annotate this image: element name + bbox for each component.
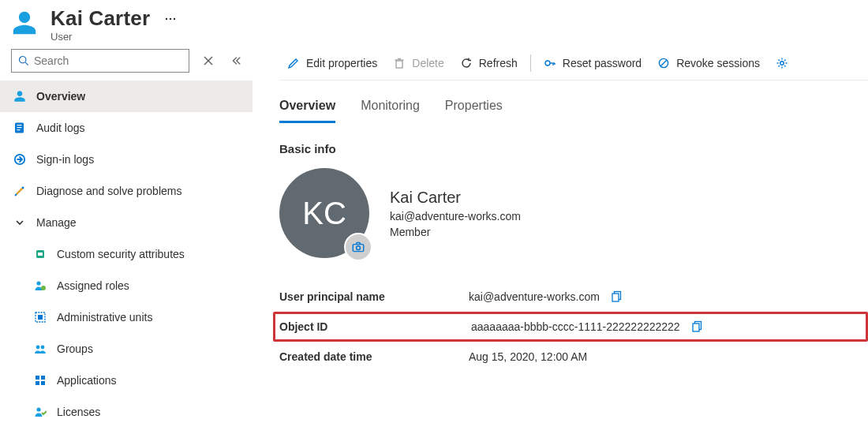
copy-upn-button[interactable] (611, 290, 623, 303)
revoke-sessions-button[interactable]: Revoke sessions (649, 46, 768, 80)
apps-icon (32, 374, 49, 387)
groups-icon (32, 342, 49, 355)
svg-rect-27 (41, 381, 45, 385)
log-icon (11, 122, 28, 134)
svg-point-23 (41, 346, 45, 350)
svg-rect-44 (693, 324, 699, 331)
property-label: User principal name (279, 290, 469, 303)
page-header: Kai Carter User (0, 0, 868, 46)
sidebar-item-custom-security[interactable]: Custom security attributes (0, 238, 253, 270)
sidebar-group-label: Manage (36, 216, 77, 229)
property-value: aaaaaaaa-bbbb-cccc-1111-222222222222 (471, 320, 680, 333)
sidebar-item-label: Sign-in logs (36, 153, 94, 166)
svg-rect-17 (38, 253, 43, 256)
sidebar-item-audit-logs[interactable]: Audit logs (0, 112, 253, 144)
toolbar-label: Edit properties (306, 57, 377, 69)
display-name: Kai Carter (390, 189, 521, 207)
delete-button: Delete (385, 46, 451, 80)
trash-icon (393, 57, 406, 69)
svg-point-1 (170, 17, 171, 19)
search-box[interactable] (11, 49, 189, 73)
property-row-created: Created date time Aug 15, 2020, 12:00 AM (279, 342, 868, 372)
sidebar-item-label: Licenses (57, 406, 100, 418)
svg-rect-9 (17, 127, 22, 128)
more-button[interactable] (164, 13, 177, 25)
camera-icon (351, 240, 365, 254)
svg-rect-21 (38, 315, 43, 320)
property-row-upn: User principal name kai@adventure-works.… (279, 282, 868, 312)
svg-line-4 (25, 62, 28, 65)
toolbar-label: Delete (412, 57, 443, 69)
search-clear-button[interactable] (204, 56, 213, 65)
upload-photo-button[interactable] (344, 233, 372, 261)
toolbar: Edit properties Delete Refresh Reset pas… (279, 46, 868, 80)
sidebar-group-manage-toggle[interactable]: Manage (0, 207, 253, 238)
property-label: Created date time (279, 350, 469, 363)
svg-point-18 (36, 281, 40, 285)
sidebar-item-label: Applications (57, 374, 117, 387)
tab-monitoring[interactable]: Monitoring (361, 92, 420, 123)
sidebar-item-groups[interactable]: Groups (0, 333, 253, 365)
settings-button[interactable] (768, 46, 795, 80)
svg-line-37 (660, 60, 667, 66)
svg-point-28 (36, 407, 40, 411)
toolbar-label: Reset password (563, 57, 642, 69)
member-type: Member (390, 226, 521, 238)
svg-point-3 (19, 56, 25, 62)
svg-rect-24 (36, 376, 39, 380)
sidebar-item-assigned-roles[interactable]: Assigned roles (0, 270, 253, 301)
roles-icon (32, 279, 49, 292)
toolbar-label: Revoke sessions (676, 57, 760, 69)
collapse-sidebar-button[interactable] (230, 55, 241, 66)
refresh-icon (460, 57, 473, 69)
sidebar-item-overview[interactable]: Overview (0, 80, 253, 112)
tab-overview[interactable]: Overview (279, 92, 335, 123)
reset-password-button[interactable]: Reset password (536, 46, 649, 80)
search-input[interactable] (34, 54, 182, 67)
svg-rect-26 (36, 381, 39, 385)
svg-point-22 (36, 346, 40, 350)
gear-icon (776, 57, 788, 69)
sidebar-item-admin-units[interactable]: Administrative units (0, 301, 253, 333)
user-avatar[interactable]: KC (279, 168, 369, 258)
sidebar-item-label: Audit logs (36, 122, 84, 134)
sidebar-item-label: Custom security attributes (57, 248, 185, 260)
chevron-down-icon (11, 218, 28, 227)
security-icon (32, 248, 49, 260)
toolbar-label: Refresh (479, 57, 518, 69)
edit-properties-button[interactable]: Edit properties (279, 46, 385, 80)
avatar-initials: KC (302, 196, 346, 231)
refresh-button[interactable]: Refresh (452, 46, 526, 80)
tab-properties[interactable]: Properties (445, 92, 503, 123)
basic-info-heading: Basic info (279, 142, 868, 155)
sidebar-item-diagnose[interactable]: Diagnose and solve problems (0, 175, 253, 207)
search-icon (18, 55, 29, 66)
svg-point-32 (545, 61, 550, 65)
signin-icon (11, 153, 28, 166)
svg-rect-29 (396, 61, 402, 68)
main-content: Edit properties Delete Refresh Reset pas… (253, 46, 868, 432)
svg-point-40 (357, 246, 361, 250)
licenses-icon (32, 406, 49, 418)
property-value: kai@adventure-works.com (469, 290, 600, 303)
content-tabs: Overview Monitoring Properties (279, 85, 868, 123)
svg-point-38 (780, 61, 784, 64)
sidebar-item-label: Groups (57, 342, 93, 355)
property-row-object-id: Object ID aaaaaaaa-bbbb-cccc-1111-222222… (273, 312, 868, 342)
copy-object-id-button[interactable] (691, 320, 704, 333)
svg-point-0 (166, 17, 167, 19)
sidebar-item-licenses[interactable]: Licenses (0, 396, 253, 428)
page-title: Kai Carter (51, 6, 150, 31)
svg-point-19 (41, 286, 46, 290)
sidebar-item-label: Administrative units (57, 311, 152, 324)
sidebar-item-applications[interactable]: Applications (0, 365, 253, 396)
display-email: kai@adventure-works.com (390, 210, 521, 223)
pencil-icon (287, 57, 300, 69)
diagnose-icon (11, 185, 28, 197)
sidebar: Overview Audit logs Sign-in logs Diagnos… (0, 46, 253, 432)
revoke-icon (657, 57, 670, 69)
svg-rect-10 (17, 129, 21, 130)
key-icon (544, 57, 556, 69)
sidebar-item-signin-logs[interactable]: Sign-in logs (0, 144, 253, 175)
svg-point-15 (21, 189, 23, 191)
